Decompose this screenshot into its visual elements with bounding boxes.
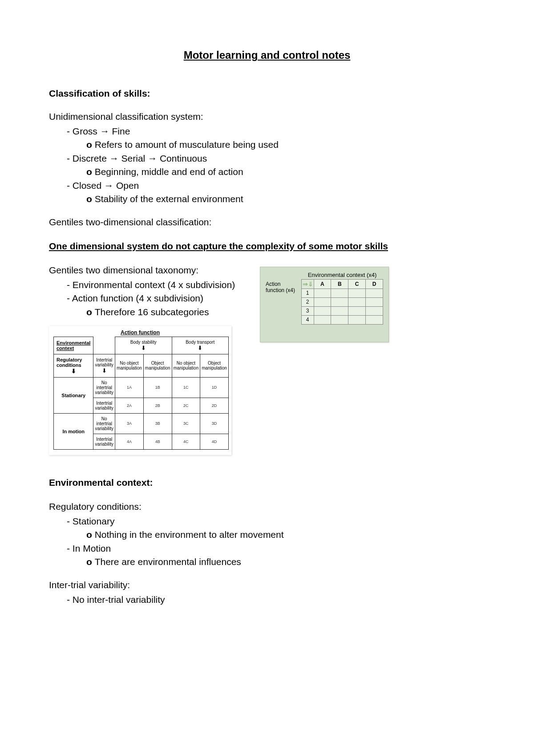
list-subitem: Refers to amount of musculature being us… xyxy=(86,138,485,151)
itv-label: Intertrial variability xyxy=(93,434,115,449)
cell-4d: 4D xyxy=(200,434,229,449)
cell-1d: 1D xyxy=(200,377,229,398)
open-label: Open xyxy=(116,180,139,191)
mini-col-b: B xyxy=(331,279,348,289)
cell-2d: 2D xyxy=(200,398,229,413)
arrow-right-icon xyxy=(303,281,308,288)
cell-2a: 2A xyxy=(115,398,144,413)
list-item: In Motion There are environmental influe… xyxy=(67,542,485,569)
itv-heading: Inter-trial variability: xyxy=(49,580,485,590)
mini-taxonomy-table: Environmental context (x4) Action functi… xyxy=(260,267,389,342)
inmotion-row: In motion xyxy=(54,413,93,449)
arrow-right-icon: → xyxy=(104,180,116,191)
cell-1b: 1B xyxy=(143,377,172,398)
discrete-label: Discrete xyxy=(73,153,107,163)
list-subitem: Therefore 16 subcategories xyxy=(86,305,249,319)
cell-2c: 2C xyxy=(172,398,200,413)
cell-2b: 2B xyxy=(143,398,172,413)
closed-label: Closed xyxy=(73,180,101,191)
arrow-down-icon: ⬇ xyxy=(57,368,90,374)
regcond-heading: Regulatory conditions: xyxy=(49,501,485,512)
mini-row-4: 4 xyxy=(301,315,314,324)
cell-1a: 1A xyxy=(115,377,144,398)
page-title: Motor learning and control notes xyxy=(49,49,485,61)
obj-header: Object manipulation xyxy=(143,354,172,377)
arrow-down-icon: ⬇ xyxy=(95,367,113,374)
body-transport-header: Body transport xyxy=(186,340,214,345)
arrow-right-icon: → xyxy=(100,126,112,136)
mini-action-title: Action function (x4) xyxy=(266,281,295,293)
cell-1c: 1C xyxy=(172,377,200,398)
list-subitem: Stability of the external environment xyxy=(86,192,485,206)
cell-4c: 4C xyxy=(172,434,200,449)
no-obj-header: No object manipulation xyxy=(115,354,144,377)
tax-act-label: Action function (4 x subdivision) xyxy=(72,293,203,303)
stationary-row: Stationary xyxy=(54,377,93,413)
taxonomy-heading: Gentiles two dimensional taxonomy: xyxy=(49,265,249,276)
list-item: Stationary Nothing in the environment to… xyxy=(67,515,485,542)
reg-stationary: Stationary xyxy=(73,516,115,526)
cell-3c: 3C xyxy=(172,413,200,434)
mini-col-c: C xyxy=(348,279,366,289)
body-stability-header: Body stability xyxy=(130,340,157,345)
mini-row-1: 1 xyxy=(301,289,314,297)
mini-env-title: Environmental context (x4) xyxy=(266,272,383,279)
list-item: Closed → Open Stability of the external … xyxy=(67,179,485,206)
list-item: Environmental context (4 x subdivision) xyxy=(67,278,249,292)
mini-row-2: 2 xyxy=(301,297,314,306)
itv-label: Intertrial variability xyxy=(93,398,115,413)
env-context-header: Environmental context xyxy=(57,340,90,351)
no-obj-header: No object manipulation xyxy=(172,354,200,377)
no-itv-label: No intertrial variability xyxy=(93,413,115,434)
arrow-down-icon xyxy=(308,281,313,288)
arrow-right-icon: → xyxy=(109,153,121,163)
arrow-down-icon: ⬇ xyxy=(117,345,170,351)
mini-col-a: A xyxy=(314,279,331,289)
taxonomy-table: Action function Environmental context Bo… xyxy=(49,326,231,455)
list-subitem: Beginning, middle and end of action xyxy=(86,165,485,179)
continuous-label: Continuous xyxy=(160,153,207,163)
list-subitem: Nothing in the environment to alter move… xyxy=(86,528,485,541)
no-itv-label: No intertrial variability xyxy=(93,377,115,398)
cell-4b: 4B xyxy=(143,434,172,449)
intertrial-header: Intertrial variability xyxy=(95,358,113,367)
obj-header: Object manipulation xyxy=(200,354,229,377)
gross-label: Gross xyxy=(73,126,97,136)
cell-3b: 3B xyxy=(143,413,172,434)
serial-label: Serial xyxy=(121,153,146,163)
arrow-down-icon: ⬇ xyxy=(174,345,227,351)
cell-3d: 3D xyxy=(200,413,229,434)
list-subitem: There are environmental influences xyxy=(86,555,485,569)
list-item: No inter-trial variability xyxy=(67,593,485,606)
mini-row-3: 3 xyxy=(301,306,314,315)
env-context-heading: Environmental context: xyxy=(49,477,485,488)
cell-4a: 4A xyxy=(115,434,144,449)
action-function-header: Action function xyxy=(53,329,227,336)
reg-inmotion: In Motion xyxy=(73,543,111,553)
list-item: Discrete → Serial → Continuous Beginning… xyxy=(67,152,485,179)
mini-col-d: D xyxy=(366,279,383,289)
fine-label: Fine xyxy=(112,126,130,136)
list-item: Action function (4 x subdivision) Theref… xyxy=(67,292,249,319)
regulatory-conditions-header: Regulatory conditions xyxy=(57,357,82,368)
gentile-heading: Gentiles two-dimensional classification: xyxy=(49,217,485,228)
unidim-heading: Unidimensional classification system: xyxy=(49,111,485,122)
arrow-right-icon: → xyxy=(148,153,160,163)
list-item: Gross → Fine Refers to amount of muscula… xyxy=(67,125,485,152)
classification-heading: Classification of skills: xyxy=(49,88,485,99)
cell-3a: 3A xyxy=(115,413,144,434)
single-dim-line: One dimensional system do not capture th… xyxy=(49,241,485,252)
